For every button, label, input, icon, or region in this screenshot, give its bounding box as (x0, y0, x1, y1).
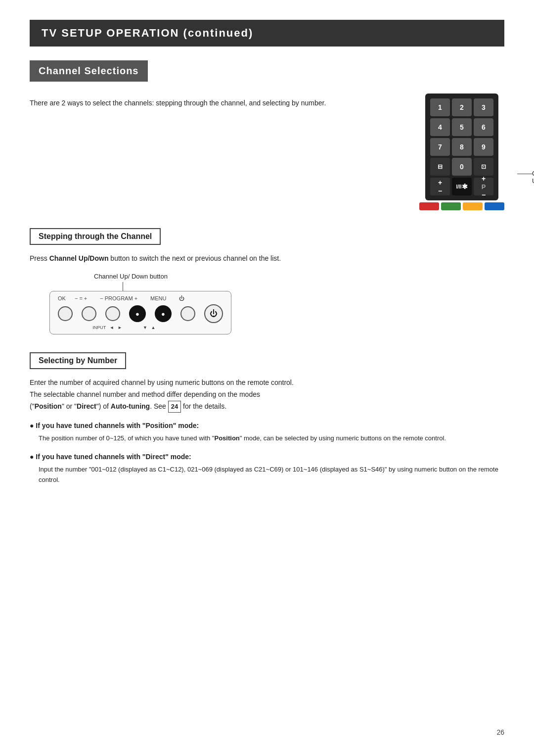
program-minus-circle: ● (129, 305, 146, 322)
direct-mode-title: If you have tuned channels with "Direct"… (30, 453, 504, 461)
numpad-channel-up-left: + − (430, 178, 450, 195)
numpad-key-right-special: ⊡ (474, 158, 493, 176)
channel-updown-label: Channel Up/Down button (532, 170, 534, 185)
stepping-section: Stepping through the Channel Press Chann… (30, 228, 504, 334)
numpad-key-1: 1 (430, 98, 450, 116)
label-power: ⏻ (179, 295, 184, 301)
program-plus-circle: ● (155, 305, 172, 322)
red-button (419, 202, 439, 210)
label-menu: MENU (150, 295, 166, 301)
menu-circle (180, 306, 195, 321)
numpad-key-2: 2 (452, 98, 472, 116)
selecting-desc1: Enter the number of acquired channel by … (30, 378, 294, 386)
blue-button (485, 202, 504, 210)
remote-row-label: Channel Up/ Down button (94, 273, 168, 280)
yellow-button (463, 202, 483, 210)
channel-selections-title: Channel Selections (30, 60, 148, 82)
page-number: 26 (496, 728, 504, 736)
label-ok: OK (58, 295, 66, 301)
colored-buttons-row (419, 202, 504, 210)
numpad-key-6: 6 (474, 118, 493, 136)
minus-circle (82, 306, 96, 321)
position-mode-body: The position number of 0~125, of which y… (30, 433, 504, 444)
numpad-key-9: 9 (474, 138, 493, 156)
numpad-key-3: 3 (474, 98, 493, 116)
remote-numpad-illustration: 1 2 3 4 5 6 7 8 9 ⊟ 0 ⊡ + − I/II ✱ (419, 94, 504, 210)
numpad-key-8: 8 (452, 138, 472, 156)
green-button (441, 202, 461, 210)
numpad-grid: 1 2 3 4 5 6 7 8 9 ⊟ 0 ⊡ + − I/II ✱ (425, 94, 498, 200)
intro-paragraph: There are 2 ways to select the channels:… (30, 97, 390, 108)
header-banner: TV SETUP OPERATION (continued) (30, 20, 504, 47)
selecting-desc3: ("Position" or "Direct") of Auto-tuning.… (30, 402, 226, 410)
autotuning-bold: Auto-tuning (111, 402, 150, 410)
remote-top-labels: OK − = + − PROGRAM + MENU ⏻ (58, 295, 223, 301)
selecting-section: Selecting by Number Enter the number of … (30, 352, 504, 485)
numpad-key-5: 5 (452, 118, 472, 136)
page-ref-box: 24 (168, 401, 181, 413)
numpad-key-4: 4 (430, 118, 450, 136)
remote-bottom-circles: ● ● ⏻ (58, 304, 223, 323)
stepping-title: Stepping through the Channel (30, 228, 161, 245)
remote-row-arrow (123, 282, 123, 291)
numpad-key-7: 7 (430, 138, 450, 156)
position-mode-title: If you have tuned channels with "Positio… (30, 422, 504, 429)
position-mode-bold: Position (214, 434, 239, 442)
plus-circle (105, 306, 120, 321)
annotation-line (517, 174, 532, 174)
selecting-description: Enter the number of acquired channel by … (30, 377, 504, 413)
direct-mode-section: If you have tuned channels with "Direct"… (30, 453, 504, 485)
selecting-desc2: The selectable channel number and method… (30, 390, 260, 398)
remote-row-box: OK − = + − PROGRAM + MENU ⏻ (49, 291, 231, 334)
remote-row-diagram: Channel Up/ Down button OK − = + − PROGR… (49, 273, 504, 334)
ok-circle (58, 306, 73, 321)
intro-text: There are 2 ways to select the channels:… (30, 94, 390, 108)
numpad-channel-center: I/II ✱ (452, 178, 472, 195)
position-bold: Position (35, 402, 62, 410)
numpad-key-left-special: ⊟ (430, 158, 450, 176)
remote-sub-labels: INPUT ◄ ► ▼ ▲ (58, 325, 223, 330)
channel-updown-bold: Channel Up/Down (49, 254, 109, 262)
stepping-description: Press Channel Up/Down button to switch t… (30, 253, 504, 264)
power-circle: ⏻ (204, 304, 223, 323)
label-program: − PROGRAM + (100, 295, 137, 301)
position-mode-section: If you have tuned channels with "Positio… (30, 422, 504, 444)
header-title: TV SETUP OPERATION (continued) (42, 27, 253, 39)
intro-section: There are 2 ways to select the channels:… (30, 94, 504, 210)
direct-mode-body: Input the number "001~012 (displayed as … (30, 465, 504, 485)
label-minus: − = + (75, 295, 87, 301)
numpad-key-0: 0 (452, 158, 472, 176)
numpad-channel-up-right: + P − (474, 178, 493, 195)
direct-bold: Direct (77, 402, 96, 410)
selecting-title: Selecting by Number (30, 352, 126, 369)
